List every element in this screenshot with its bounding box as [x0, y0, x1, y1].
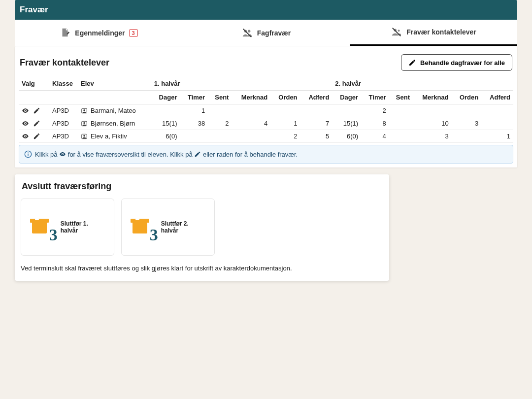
tab-label: Egenmeldinger: [75, 29, 125, 37]
cell-h1-timer: 38: [180, 117, 208, 130]
people-off-icon: [241, 28, 253, 38]
cell-h1-adferd: [300, 104, 332, 117]
tab-bar: Egenmeldinger 3 Fagfravær Fravær kontakt…: [15, 20, 517, 46]
cell-elev: Bjørnsen, Bjørn: [81, 120, 148, 127]
page-header: Fravær: [15, 0, 517, 20]
col-h1-adferd: Adferd: [300, 91, 332, 104]
svg-point-14: [28, 152, 29, 153]
cell-h1-orden: 1: [270, 117, 300, 130]
cell-h1-dager: [151, 104, 180, 117]
cell-h2-sent: [389, 117, 413, 130]
info-icon: [24, 150, 32, 158]
tab-label: Fravær kontaktelever: [406, 28, 476, 36]
archive-icon: 3: [28, 213, 57, 241]
finish-footer: Ved terminslutt skal fraværet sluttføres…: [21, 265, 383, 272]
finish-term2-card[interactable]: 3 Sluttfør 2. halvår: [121, 199, 215, 256]
tab-egenmeldinger[interactable]: Egenmeldinger 3: [15, 20, 182, 46]
svg-point-16: [62, 153, 63, 154]
cell-h2-timer: 4: [361, 130, 389, 143]
tab-badge: 3: [129, 29, 138, 37]
pencil-icon: [194, 151, 201, 158]
info-text: eller raden for å behandle fravær.: [203, 151, 298, 158]
cell-h2-dager: 15(1): [332, 117, 361, 130]
cell-h2-orden: [452, 130, 481, 143]
svg-point-1: [248, 30, 251, 33]
cell-h2-merknad: [413, 104, 452, 117]
cell-h2-timer: 2: [361, 104, 389, 117]
tab-label: Fagfravær: [257, 29, 291, 37]
eye-icon[interactable]: [22, 107, 29, 114]
cell-h1-orden: 2: [270, 130, 300, 143]
col-h1-merknad: Merknad: [232, 91, 270, 104]
col-h2-adferd: Adferd: [481, 91, 513, 104]
cell-klasse: AP3D: [49, 117, 78, 130]
cell-h2-dager: 6(0): [332, 130, 361, 143]
cell-klasse: AP3D: [49, 104, 78, 117]
col-h2-dager: Dager: [332, 91, 361, 104]
svg-rect-15: [28, 154, 28, 156]
card-label: Sluttfør 2. halvår: [161, 220, 207, 234]
col-h2-timer: Timer: [361, 91, 389, 104]
document-edit-icon: [59, 28, 71, 38]
row-actions: [22, 120, 46, 127]
cell-h2-sent: [389, 130, 413, 143]
cell-h2-timer: 8: [361, 117, 389, 130]
svg-point-4: [25, 110, 26, 111]
cell-elev: Elev a, Fiktiv: [81, 133, 148, 140]
cell-h2-dager: [332, 104, 361, 117]
eye-icon[interactable]: [22, 133, 29, 140]
info-hint: Klikk på for å vise fraværsoversikt til …: [19, 145, 513, 164]
svg-point-9: [83, 122, 85, 124]
cell-h1-merknad: 4: [232, 117, 270, 130]
info-text: for å vise fraværsoversikt til eleven. K…: [68, 151, 193, 158]
svg-point-7: [25, 123, 26, 124]
cell-h1-sent: 2: [208, 117, 232, 130]
info-text: Klikk på: [35, 151, 58, 158]
process-all-button[interactable]: Behandle dagfravær for alle: [401, 54, 512, 71]
absence-table: Valg Klasse Elev 1. halvår 2. halvår Dag…: [19, 77, 513, 143]
section-title: Fravær kontaktelever: [20, 58, 109, 68]
pencil-icon[interactable]: [33, 133, 40, 140]
button-label: Behandle dagfravær for alle: [420, 59, 505, 66]
cell-h1-timer: [180, 130, 208, 143]
col-elev: Elev: [78, 77, 151, 91]
finish-panel: Avslutt fraværsføring 3 Sluttfør 1. halv…: [15, 174, 389, 281]
pencil-icon: [408, 59, 416, 66]
svg-point-10: [25, 135, 26, 137]
page-title: Fravær: [20, 5, 512, 15]
pencil-icon[interactable]: [33, 107, 40, 114]
user-card-icon: [81, 133, 88, 140]
col-h2: 2. halvår: [332, 77, 513, 91]
table-row[interactable]: AP3DBjørnsen, Bjørn15(1)38241715(1)8103: [19, 117, 513, 130]
cell-h1-dager: 15(1): [151, 117, 180, 130]
eye-icon[interactable]: [22, 120, 29, 127]
section-absence-table: Fravær kontaktelever Behandle dagfravær …: [15, 46, 517, 167]
table-row[interactable]: AP3DElev a, Fiktiv6(0)256(0)431: [19, 130, 513, 143]
col-h1-sent: Sent: [208, 91, 232, 104]
cell-h1-adferd: 7: [300, 117, 332, 130]
cell-h2-adferd: [481, 117, 513, 130]
user-card-icon: [81, 120, 88, 127]
cell-h1-merknad: [232, 130, 270, 143]
table-row[interactable]: AP3DBarmani, Mateo12: [19, 104, 513, 117]
finish-term1-card[interactable]: 3 Sluttfør 1. halvår: [21, 199, 114, 256]
eye-icon: [59, 151, 66, 158]
col-h1-timer: Timer: [180, 91, 208, 104]
group-off-icon: [391, 27, 402, 37]
col-h2-orden: Orden: [452, 91, 481, 104]
cell-h2-orden: [452, 104, 481, 117]
pencil-icon[interactable]: [33, 120, 40, 127]
svg-point-6: [83, 109, 85, 111]
cell-h1-orden: [270, 104, 300, 117]
tab-kontaktelever[interactable]: Fravær kontaktelever: [350, 20, 517, 46]
cell-h1-timer: 1: [180, 104, 208, 117]
cell-h1-sent: [208, 104, 232, 117]
cell-klasse: AP3D: [49, 130, 78, 143]
row-actions: [22, 107, 46, 114]
cell-h2-merknad: 10: [413, 117, 452, 130]
col-valg: Valg: [19, 77, 49, 91]
cell-h2-sent: [389, 104, 413, 117]
tab-fagfravaer[interactable]: Fagfravær: [182, 20, 350, 46]
card-label: Sluttfør 1. halvår: [61, 220, 107, 234]
svg-point-12: [83, 135, 85, 137]
